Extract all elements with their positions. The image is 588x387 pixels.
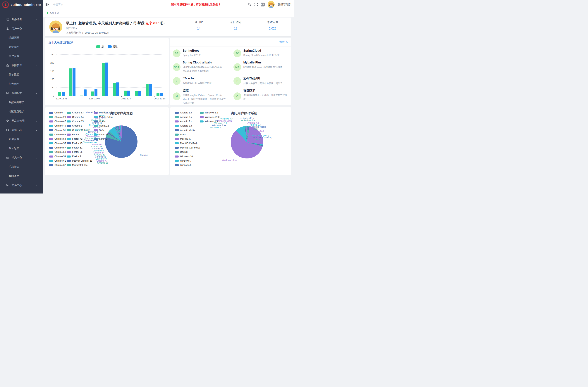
legend-swatch — [67, 147, 71, 149]
legend-label: Safari 9 — [99, 138, 107, 140]
pie-legend-Chrome 51[interactable]: Chrome 51 — [49, 129, 66, 132]
legend-label: Chrome 53 — [54, 133, 66, 136]
pie-legend-Chrome 54[interactable]: Chrome 54 — [49, 138, 66, 140]
pie-legend-Mac OS X (iPhone)[interactable]: Mac OS X (iPhone) — [175, 146, 200, 149]
pie-callout-Android 6.x: Android 6.x — [241, 119, 255, 122]
sidebar-item-label: 组织管理 — [9, 36, 19, 40]
pie-legend-Chrome 64[interactable]: Chrome 64 — [67, 116, 84, 119]
pie-legend-Chrome 59[interactable]: Chrome 59 — [49, 155, 66, 158]
pie-legend-Chrome 55[interactable]: Chrome 55 — [49, 142, 66, 145]
legend-swatch — [175, 151, 179, 153]
pie-legend-Chrome 65[interactable]: Chrome 65 — [67, 120, 84, 123]
pie-legend-Ubuntu[interactable]: Ubuntu — [175, 151, 188, 153]
learn-more-link[interactable]: 了解更多 — [278, 41, 288, 44]
pie-legend-Android 1.x[interactable]: Android 1.x — [175, 111, 192, 114]
pie-legend-Chrome 49[interactable]: Chrome 49 — [49, 124, 66, 127]
sidebar-group-11[interactable]: 开发者管理 — [0, 116, 43, 125]
stat-value: 15 — [217, 27, 254, 30]
sidebar-group-5[interactable]: 权限管理 — [0, 61, 43, 70]
pie-legend-Windows Vista[interactable]: Windows Vista — [200, 116, 220, 119]
language-icon[interactable]: A文 — [261, 2, 265, 6]
bar-总数-2019-12-10 — [160, 93, 163, 96]
pie-legend-Internet Explorer 11[interactable]: Internet Explorer 11 — [67, 160, 92, 162]
pie-legend-Mac OS X[interactable]: Mac OS X — [175, 138, 191, 140]
search-icon[interactable] — [248, 3, 251, 6]
pie-legend-Linux[interactable]: Linux — [175, 133, 186, 136]
sidebar-item-17[interactable]: 我的消息 — [0, 172, 43, 181]
sidebar-group-12[interactable]: 短信中心 — [0, 125, 43, 135]
chevron-down-icon — [35, 27, 38, 30]
pie-legend-Android 8.x[interactable]: Android 8.x — [175, 124, 192, 127]
sidebar-group-label: 短信中心 — [12, 128, 22, 132]
pie-legend-Android 6.x[interactable]: Android 6.x — [175, 116, 192, 119]
app-logo[interactable]: Z zuihou-admin cloud — [0, 0, 43, 10]
sidebar-item-2[interactable]: 组织管理 — [0, 33, 43, 42]
sidebar-item-7[interactable]: 角色管理 — [0, 79, 43, 89]
avatar[interactable] — [268, 1, 275, 8]
pie-legend-Firefox 7[interactable]: Firefox 7 — [67, 155, 81, 158]
browser-pie[interactable] — [105, 125, 138, 158]
pie-legend-Chrome 47[interactable]: Chrome 47 — [49, 120, 66, 123]
pie-legend-Android 7.x[interactable]: Android 7.x — [175, 120, 192, 123]
tech-abbr-badge: M — [173, 92, 181, 100]
pie-legend-Windows 8.1[interactable]: Windows 8.1 — [200, 111, 218, 114]
pie-legend-Firefox 56[interactable]: Firefox 56 — [67, 151, 83, 153]
menu-fold-icon[interactable] — [45, 2, 49, 6]
tech-title: 容器技术 — [243, 89, 288, 92]
pie-legend-Chrome 61[interactable]: Chrome 61 — [49, 160, 66, 162]
pie-callout-Firefox 42: Firefox 42 — [89, 124, 102, 126]
pie-legend-Firefox 42[interactable]: Firefox 42 — [67, 138, 83, 140]
pie-legend-Android Mobile[interactable]: Android Mobile — [175, 129, 195, 132]
x-axis-label: 2019-12-01 — [56, 97, 67, 100]
sidebar-group-1[interactable]: 用户中心 — [0, 24, 43, 33]
sidebar-item-3[interactable]: 岗位管理 — [0, 42, 43, 52]
sidebar-group-15[interactable]: 消息中心 — [0, 153, 43, 162]
sidebar-item-4[interactable]: 用户管理 — [0, 52, 43, 61]
sidebar-item-10[interactable]: 地区信息维护 — [0, 107, 43, 116]
pie-legend-Chrome 57[interactable]: Chrome 57 — [49, 146, 66, 149]
pie-legend-Firefox[interactable]: Firefox — [67, 133, 79, 136]
sidebar-item-16[interactable]: 消息推送 — [0, 162, 43, 172]
stats-panel: 今日IP14今日访问15总访问量2,029 — [180, 20, 291, 30]
pie-legend-Chrome[interactable]: Chrome — [49, 111, 63, 114]
bar-您-2019-12-06 — [113, 83, 116, 96]
pie-legend-Chrome 58[interactable]: Chrome 58 — [49, 151, 66, 153]
fullscreen-icon[interactable] — [254, 3, 258, 6]
pie-legend-Windows 10[interactable]: Windows 10 — [175, 155, 193, 158]
pie-legend-Chrome 26[interactable]: Chrome 26 — [49, 116, 66, 119]
pie-legend-Mac OS X (iPad)[interactable]: Mac OS X (iPad) — [175, 142, 197, 145]
tech-title: Spring Cloud alibaba — [183, 61, 228, 64]
pie-legend-Windows 8[interactable]: Windows 8 — [175, 164, 191, 166]
pie-legend-Firefox 51[interactable]: Firefox 51 — [67, 146, 83, 149]
tech-abbr-badge: F — [233, 77, 241, 85]
bar-总数-2019-12-09 — [149, 84, 152, 96]
pie-callout-Firefox 51: Firefox 51 — [91, 119, 104, 122]
pie-legend-Chrome 62[interactable]: Chrome 62 — [49, 164, 66, 166]
sidebar-item-9[interactable]: 数据字典维护 — [0, 98, 43, 107]
pie-legend-Chrome 63[interactable]: Chrome 63 — [67, 111, 84, 114]
x-axis-label: 2019-12-10 — [154, 97, 165, 100]
pie-legend-Chrome 8[interactable]: Chrome 8 — [67, 124, 82, 127]
bar-legend-总数[interactable]: 总数 — [108, 45, 118, 48]
tab-system-home[interactable]: 系统主页 — [43, 9, 63, 17]
pie-legend-Chrome 53[interactable]: Chrome 53 — [49, 133, 66, 136]
sms-icon — [6, 129, 9, 132]
sidebar-item-6[interactable]: 菜单配置 — [0, 70, 43, 79]
legend-label: Firefox 56 — [72, 151, 83, 153]
pie-legend-Microsoft Edge[interactable]: Microsoft Edge — [67, 164, 87, 166]
legend-label: Chrome 62 — [54, 164, 66, 166]
stat-value: 2,029 — [254, 27, 291, 30]
pie-legend-Firefox 45[interactable]: Firefox 45 — [67, 142, 83, 145]
sidebar-item-13[interactable]: 短信管理 — [0, 135, 43, 144]
sidebar-group-label: 文件中心 — [12, 184, 22, 187]
sidebar-group-8[interactable]: 基础配置 — [0, 89, 43, 98]
pie-legend-Windows 7[interactable]: Windows 7 — [175, 160, 191, 162]
bar-您-2019-12-09 — [146, 84, 148, 96]
sidebar-group-18[interactable]: 文件中心 — [0, 181, 43, 190]
star-link[interactable]: 点个star — [146, 21, 159, 25]
sidebar-group-0[interactable]: 务必详看 — [0, 15, 43, 24]
bar-legend-您[interactable]: 您 — [96, 45, 104, 48]
current-user-name[interactable]: 超级管理员 — [278, 3, 292, 6]
sidebar-item-14[interactable]: 账号配置 — [0, 144, 43, 153]
legend-swatch — [49, 134, 53, 136]
